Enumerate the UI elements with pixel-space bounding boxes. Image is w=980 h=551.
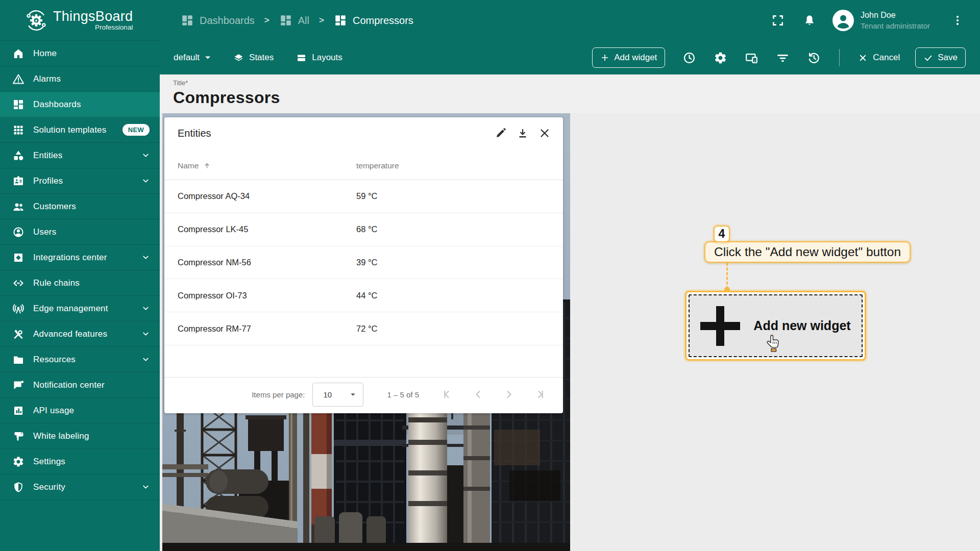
person-icon xyxy=(12,226,24,238)
add-widget-button[interactable]: Add widget xyxy=(592,47,665,68)
last-page-icon[interactable] xyxy=(533,388,546,400)
previous-page-icon[interactable] xyxy=(472,388,484,400)
chevron-down-icon xyxy=(142,305,150,312)
title-panel: Title* Compressors xyxy=(160,74,980,113)
brand-subtitle: Professional xyxy=(95,23,133,31)
shapes-icon xyxy=(12,149,24,162)
breadcrumb-dashboards[interactable]: Dashboards xyxy=(181,14,255,27)
sidebar-nav: Home Alarms Dashboards Solution template… xyxy=(0,41,160,500)
sidebar-item-resources[interactable]: Resources xyxy=(0,347,160,372)
save-button[interactable]: Save xyxy=(915,47,966,68)
warning-icon xyxy=(12,73,24,85)
close-icon xyxy=(858,53,868,63)
kebab-menu-icon[interactable] xyxy=(951,14,964,27)
edit-pencil-icon[interactable] xyxy=(495,127,507,139)
plus-icon xyxy=(600,53,609,62)
new-badge: NEW xyxy=(122,124,150,136)
caret-down-icon xyxy=(205,56,211,60)
sidebar-item-advanced-features[interactable]: Advanced features xyxy=(0,321,160,347)
folder-icon xyxy=(12,354,24,366)
timewindow-clock-icon[interactable] xyxy=(682,51,696,65)
title-field-label: Title* xyxy=(173,79,980,87)
breadcrumb: Dashboards > All > Compressors xyxy=(181,14,413,27)
table-row[interactable]: Compressor OI-73 44 °C xyxy=(164,279,563,312)
fullscreen-icon[interactable] xyxy=(771,14,785,27)
sidebar-item-profiles[interactable]: Profiles xyxy=(0,168,160,194)
items-per-page-select[interactable]: 10 xyxy=(312,383,363,407)
toolbar-divider xyxy=(839,49,840,66)
cancel-button[interactable]: Cancel xyxy=(858,53,900,63)
sidebar-item-users[interactable]: Users xyxy=(0,219,160,245)
sidebar-item-entities[interactable]: Entities xyxy=(0,143,160,168)
notifications-bell-icon[interactable] xyxy=(803,14,816,27)
next-page-icon[interactable] xyxy=(503,388,515,400)
grid-icon xyxy=(12,124,24,136)
sidebar-item-dashboards[interactable]: Dashboards xyxy=(0,92,160,117)
breadcrumb-separator: > xyxy=(319,15,324,26)
tools-icon xyxy=(12,328,24,340)
brand-logo[interactable]: ThingsBoard Professional xyxy=(0,0,160,41)
user-role: Tenant administrator xyxy=(861,21,930,31)
dashboard-settings-gear-icon[interactable] xyxy=(714,51,727,65)
chevron-down-icon xyxy=(142,356,150,363)
sidebar-item-solution-templates[interactable]: Solution templates NEW xyxy=(0,117,160,143)
table-row[interactable]: Compressor RM-77 72 °C xyxy=(164,312,563,345)
sidebar-item-rule-chains[interactable]: Rule chains xyxy=(0,270,160,296)
column-header-name[interactable]: Name xyxy=(178,161,356,170)
sidebar-item-integrations-center[interactable]: Integrations center xyxy=(0,245,160,270)
table-empty-space xyxy=(164,345,563,378)
antenna-icon xyxy=(12,303,24,315)
plus-icon xyxy=(700,306,740,346)
chevron-down-icon xyxy=(142,330,150,338)
chart-icon xyxy=(12,405,24,417)
column-header-temperature[interactable]: temperature xyxy=(356,161,563,170)
states-button[interactable]: States xyxy=(233,53,274,63)
sidebar-item-settings[interactable]: Settings xyxy=(0,449,160,474)
manage-layouts-devices-icon[interactable] xyxy=(745,51,758,65)
sort-asc-arrow-icon xyxy=(203,162,211,169)
sidebar-item-notification-center[interactable]: Notification center xyxy=(0,372,160,398)
home-icon xyxy=(12,47,24,60)
sidebar-item-api-usage[interactable]: API usage xyxy=(0,398,160,423)
items-per-page-label: Items per page: xyxy=(252,390,305,399)
chevron-down-icon xyxy=(142,483,150,491)
breadcrumb-all[interactable]: All xyxy=(279,14,309,27)
download-icon[interactable] xyxy=(517,127,529,139)
sidebar-item-white-labeling[interactable]: White labeling xyxy=(0,423,160,449)
table-row[interactable]: Compressor AQ-34 59 °C xyxy=(164,180,563,213)
paint-icon xyxy=(12,430,24,442)
layouts-button[interactable]: Layouts xyxy=(296,53,342,63)
brand-name: ThingsBoard xyxy=(53,9,133,23)
chevron-down-icon xyxy=(142,152,150,159)
mouse-cursor-icon xyxy=(767,334,780,353)
table-paginator: Items per page: 10 1 – 5 of 5 xyxy=(164,377,563,412)
layout-select[interactable]: default xyxy=(174,53,211,63)
first-page-icon[interactable] xyxy=(442,388,454,400)
sidebar: ThingsBoard Professional Home Alarms Das… xyxy=(0,0,160,551)
breadcrumb-compressors[interactable]: Compressors xyxy=(334,14,413,27)
avatar[interactable] xyxy=(832,10,854,31)
top-bar: Dashboards > All > Compressors John Doe … xyxy=(160,0,980,41)
sidebar-item-security[interactable]: Security xyxy=(0,474,160,500)
tutorial-connector-dot xyxy=(724,287,730,292)
sidebar-item-customers[interactable]: Customers xyxy=(0,194,160,219)
tutorial-connector-line xyxy=(726,263,728,289)
table-row[interactable]: Compressor LK-45 68 °C xyxy=(164,213,563,246)
table-row[interactable]: Compressor NM-56 39 °C xyxy=(164,246,563,280)
dashboards-icon xyxy=(12,98,24,111)
check-icon xyxy=(923,53,933,63)
sidebar-item-home[interactable]: Home xyxy=(0,41,160,66)
tutorial-tooltip: Click the "Add new widget" button xyxy=(704,241,911,263)
close-icon[interactable] xyxy=(538,127,551,139)
user-info[interactable]: John Doe Tenant administrator xyxy=(861,10,930,31)
layers-icon xyxy=(233,53,244,63)
page-title[interactable]: Compressors xyxy=(173,88,980,107)
history-icon[interactable] xyxy=(807,51,821,65)
entities-widget: Entities Name temperature Compressor xyxy=(164,117,563,413)
shield-icon xyxy=(12,481,24,493)
sidebar-item-alarms[interactable]: Alarms xyxy=(0,66,160,92)
paginator-range: 1 – 5 of 5 xyxy=(387,390,419,399)
sidebar-item-edge-management[interactable]: Edge management xyxy=(0,296,160,321)
notification-icon xyxy=(12,379,24,391)
filter-icon[interactable] xyxy=(776,51,790,65)
